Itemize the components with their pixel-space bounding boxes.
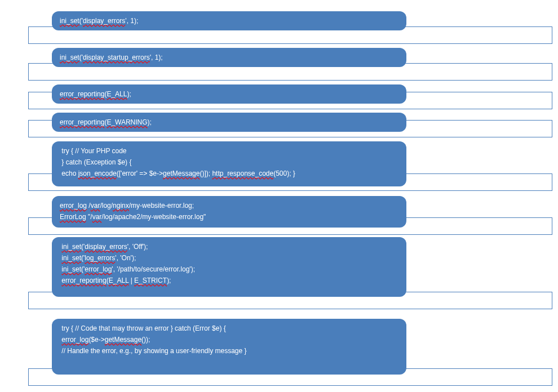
code-line: } catch (Exception $e) {	[60, 157, 398, 168]
code-block-5: error_log /var/log/nginx/my-website-erro…	[52, 196, 406, 228]
code-block-1: ini_set('display_startup_errors', 1);	[52, 48, 406, 67]
code-line: error_log($e->getMessage());	[60, 334, 398, 345]
code-line: error_log /var/log/nginx/my-website-erro…	[60, 200, 398, 211]
code-block-6: ini_set('display_errors', 'Off'); ini_se…	[52, 237, 406, 297]
code-line: ini_set('error_log', '/path/to/secure/er…	[60, 264, 398, 275]
code-block-2: error_reporting(E_ALL);	[52, 84, 406, 104]
code-block-7: try { // Code that may throw an error } …	[52, 319, 406, 375]
code-line: error_reporting(E_ALL);	[60, 88, 398, 100]
code-line: try { // Your PHP code	[60, 145, 398, 157]
code-line: echo json_encode(['error' => $e->getMess…	[60, 168, 398, 179]
code-line: error_reporting(E_ALL | E_STRICT);	[60, 275, 398, 286]
code-line: // Handle the error, e.g., by showing a …	[60, 345, 398, 357]
code-line: ErrorLog "/var/log/apache2/my-website-er…	[60, 211, 398, 222]
code-block-0: ini_set('display_errors', 1);	[52, 11, 406, 30]
code-line: ini_set('display_errors', 1);	[60, 15, 398, 26]
code-line: error_reporting(E_WARNING);	[60, 117, 398, 128]
code-block-4: try { // Your PHP code } catch (Exceptio…	[52, 141, 406, 186]
code-line: ini_set('log_errors', 'On');	[60, 252, 398, 264]
code-block-3: error_reporting(E_WARNING);	[52, 113, 406, 132]
code-line: ini_set('display_errors', 'Off');	[60, 241, 398, 252]
code-line: ini_set('display_startup_errors', 1);	[60, 52, 398, 63]
code-line: try { // Code that may throw an error } …	[60, 323, 398, 334]
